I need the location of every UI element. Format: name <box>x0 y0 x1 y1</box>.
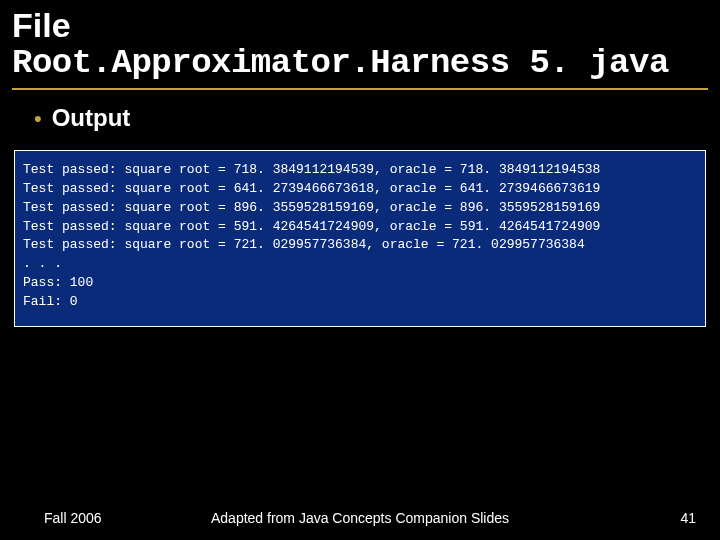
output-box: Test passed: square root = 718. 38491121… <box>14 150 706 327</box>
slide: File Root.Approximator.Harness 5. java •… <box>0 0 720 540</box>
slide-subtitle: Root.Approximator.Harness 5. java <box>0 42 720 86</box>
bullet-text: Output <box>52 104 131 132</box>
footer-center: Adapted from Java Concepts Companion Sli… <box>0 510 720 526</box>
footer-right: 41 <box>680 510 696 526</box>
slide-title: File <box>0 0 720 42</box>
bullet-row: • Output <box>0 90 720 132</box>
bullet-icon: • <box>34 108 42 130</box>
